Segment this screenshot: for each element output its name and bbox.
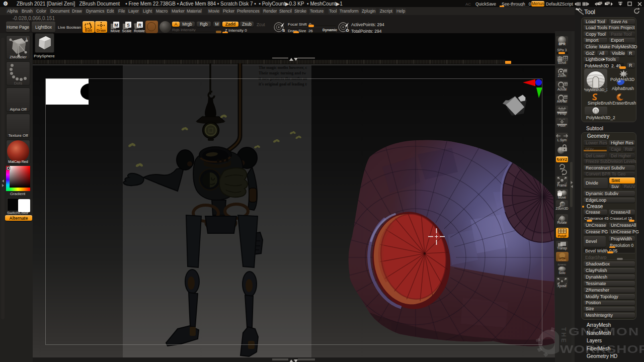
svg-text:Draw: Draw — [97, 28, 106, 33]
svg-text:Rotate: Rotate — [557, 221, 567, 224]
svg-text:Frame: Frame — [557, 184, 567, 187]
svg-text:R: R — [138, 23, 142, 28]
svg-text:Transp: Transp — [557, 246, 567, 250]
svg-text:Zoom3D: Zoom3D — [556, 207, 569, 210]
svg-text:Rotate: Rotate — [134, 29, 145, 33]
svg-text:L.Sym: L.Sym — [557, 138, 567, 142]
svg-text:PolyF: PolyF — [558, 234, 567, 238]
svg-text:Ghost: Ghost — [558, 258, 566, 261]
svg-text:Xpose: Xpose — [557, 284, 567, 288]
svg-text:PolyMesh3D_2: PolyMesh3D_2 — [584, 87, 607, 92]
svg-text:S: S — [127, 23, 130, 28]
svg-text:AAHalf: AAHalf — [557, 100, 567, 103]
svg-text:Move: Move — [558, 196, 566, 199]
svg-text:M: M — [114, 23, 118, 28]
svg-text:dynamic: dynamic — [558, 263, 567, 266]
svg-text:SPix 3: SPix 3 — [557, 48, 567, 52]
svg-text:Solo: Solo — [558, 271, 565, 275]
svg-text:Actual: Actual — [557, 87, 567, 91]
svg-text:Scale: Scale — [122, 29, 132, 33]
svg-text:3D: 3D — [561, 203, 565, 206]
svg-text:Floor: Floor — [558, 124, 567, 127]
svg-text:Move: Move — [111, 29, 120, 33]
svg-text:Persp: Persp — [558, 112, 567, 116]
svg-text:Zoom: Zoom — [558, 74, 567, 77]
svg-text:BPR: BPR — [558, 42, 566, 46]
svg-text:Edit: Edit — [85, 28, 93, 33]
svg-text:Scroll: Scroll — [558, 61, 567, 64]
svg-text:S: S — [282, 28, 285, 33]
svg-text:D: D — [346, 28, 349, 33]
svg-text:1: 1 — [26, 37, 28, 41]
